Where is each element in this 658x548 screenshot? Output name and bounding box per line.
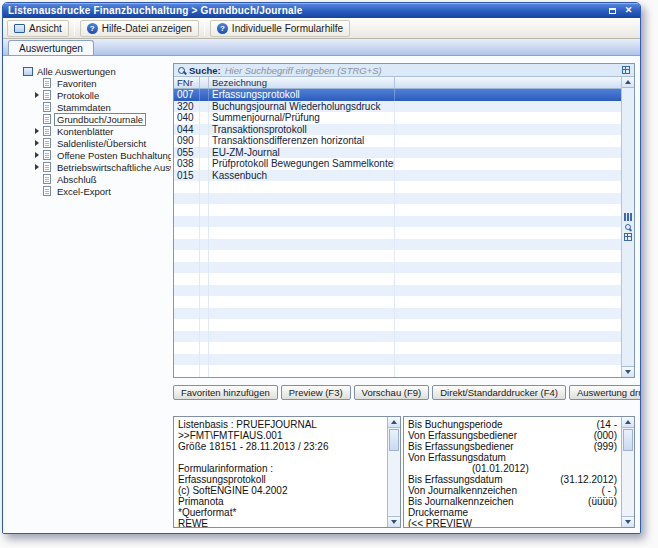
param-value: ( - ) — [601, 485, 617, 496]
column-header-sort[interactable] — [200, 77, 209, 88]
cell-bezeichnung: Prüfprotokoll Bewegungen Sammelkonten — [209, 158, 395, 170]
table-row-empty[interactable] — [174, 342, 621, 354]
cell-bezeichnung: Transaktionsprotokoll — [209, 124, 395, 136]
column-header-fnr[interactable]: FNr — [174, 77, 200, 88]
sidebar-item-abschlu[interactable]: Abschluß — [23, 173, 171, 185]
table-row[interactable]: 040Summenjournal/Prüfung — [174, 112, 621, 124]
table-row-empty[interactable] — [174, 308, 621, 320]
table-row-empty[interactable] — [174, 204, 621, 216]
expand-arrow-icon[interactable] — [34, 140, 40, 146]
scroll-down-button[interactable] — [622, 516, 634, 527]
favoriten-hinzuf-gen-button[interactable]: Favoriten hinzufügen — [173, 385, 278, 400]
cell-filler — [395, 158, 621, 170]
param-line: Bis Buchungsperiode(14 - — [408, 419, 617, 430]
sidebar-item-stammdaten[interactable]: Stammdaten — [23, 101, 171, 113]
table-row-empty[interactable] — [174, 354, 621, 366]
cell-bezeichnung — [209, 331, 395, 343]
sidebar-item-offene-posten-buchhaltung[interactable]: Offene Posten Buchhaltung — [23, 149, 171, 161]
cell-bezeichnung — [209, 296, 395, 308]
sidebar-item-protokolle[interactable]: Protokolle — [23, 89, 171, 101]
table-row-empty[interactable] — [174, 227, 621, 239]
triangle-icon — [35, 140, 39, 146]
table-row[interactable]: 007Erfassungsprotokoll — [174, 89, 621, 101]
table-row-empty[interactable] — [174, 193, 621, 205]
bottom-panels: Listenbasis : PRUEFJOURNAL>>FMT\FMTFIAUS… — [173, 416, 635, 528]
table-row-empty[interactable] — [174, 181, 621, 193]
scrollbar-thumb[interactable] — [389, 429, 399, 451]
table-row[interactable]: 038Prüfprotokoll Bewegungen Sammelkonten — [174, 158, 621, 170]
table-row-empty[interactable] — [174, 319, 621, 331]
table-row[interactable]: 090Transaktionsdifferenzen horizontal — [174, 135, 621, 147]
auswertung-drucken-button[interactable]: Auswertung drucken — [569, 385, 641, 400]
close-button[interactable]: ✕ — [622, 5, 635, 16]
table-row[interactable]: 320Buchungsjournal Wiederholungsdruck — [174, 101, 621, 113]
param-line: Von Journalkennzeichen( - ) — [408, 485, 617, 496]
tab-auswertungen[interactable]: Auswertungen — [8, 40, 94, 55]
sidebar-item-favoriten[interactable]: Favoriten — [23, 77, 171, 89]
table-row-empty[interactable] — [174, 216, 621, 228]
zoom-icon[interactable] — [625, 224, 631, 230]
sidebar-item-excel-export[interactable]: Excel-Export — [23, 185, 171, 197]
arrow-down-icon — [625, 370, 631, 374]
table-row-empty[interactable] — [174, 296, 621, 308]
param-line: Bis Erfassungsdatum(31.12.2012) — [408, 474, 617, 485]
vorschau-f9-button[interactable]: Vorschau (F9) — [354, 385, 430, 400]
sidebar-item-grundbuch-journale[interactable]: Grundbuch/Journale — [23, 113, 171, 125]
cell-filler — [395, 262, 621, 274]
scroll-up-button[interactable] — [388, 417, 400, 428]
toolbar-separator — [74, 21, 75, 36]
info-line: >>FMT\FMTFIAUS.001 — [178, 430, 383, 441]
scroll-up-button[interactable] — [622, 77, 635, 88]
sidebar-item-saldenliste-bersicht[interactable]: Saldenliste/Übersicht — [23, 137, 171, 149]
sidebar-item-kontenbl-tter[interactable]: Kontenblätter — [23, 125, 171, 137]
cell-bezeichnung: Summenjournal/Prüfung — [209, 112, 395, 124]
vertical-scrollbar[interactable] — [621, 77, 634, 377]
scrollbar-thumb[interactable] — [623, 429, 633, 451]
columns-icon[interactable] — [624, 213, 632, 221]
table-options-icon[interactable] — [622, 66, 630, 74]
sidebar-item-alle-auswertungen[interactable]: Alle Auswertungen — [23, 65, 171, 77]
table-row[interactable]: 015Kassenbuch — [174, 170, 621, 182]
cell-fnr: 038 — [174, 158, 200, 170]
search-input[interactable]: Hier Suchbegriff eingeben (STRG+S) — [225, 65, 382, 76]
param-value: (01.01.2012) — [408, 463, 529, 474]
triangle-icon — [35, 164, 39, 170]
cell-sort — [200, 204, 209, 216]
table-row-empty[interactable] — [174, 331, 621, 343]
column-header-bezeichnung[interactable]: Bezeichnung — [209, 77, 395, 88]
search-bar[interactable]: Suche: Hier Suchbegriff eingeben (STRG+S… — [174, 64, 634, 77]
expand-arrow-icon[interactable] — [34, 164, 40, 170]
table-row-empty[interactable] — [174, 250, 621, 262]
info-panel-scrollbar[interactable] — [387, 417, 400, 527]
direkt-standarddrucker-f4-button[interactable]: Direkt/Standarddrucker (F4) — [432, 385, 566, 400]
hilfe-datei-button[interactable]: ? Hilfe-Datei anzeigen — [80, 20, 199, 37]
expand-arrow-icon[interactable] — [34, 128, 40, 134]
sidebar-item-betriebswirtschaftliche-auswertungen[interactable]: Betriebswirtschaftliche Auswertungen — [23, 161, 171, 173]
cell-fnr: 090 — [174, 135, 200, 147]
table-row-empty[interactable] — [174, 239, 621, 251]
info-line: Listenbasis : PRUEFJOURNAL — [178, 419, 383, 430]
scroll-down-button[interactable] — [388, 516, 400, 527]
restore-button[interactable] — [606, 5, 619, 16]
table-row-empty[interactable] — [174, 285, 621, 297]
table-row-empty[interactable] — [174, 365, 621, 377]
cell-fnr — [174, 250, 200, 262]
ansicht-button[interactable]: Ansicht — [7, 20, 69, 37]
preview-f3-button[interactable]: Preview (F3) — [281, 385, 351, 400]
cell-fnr — [174, 354, 200, 366]
document-icon — [43, 162, 51, 172]
formularhilfe-button[interactable]: ? Individuelle Formularhilfe — [210, 20, 350, 37]
expand-arrow-icon[interactable] — [34, 152, 40, 158]
params-panel-scrollbar[interactable] — [621, 417, 634, 527]
info-panel-text: Listenbasis : PRUEFJOURNAL>>FMT\FMTFIAUS… — [174, 417, 387, 527]
cell-sort — [200, 216, 209, 228]
table-row-empty[interactable] — [174, 273, 621, 285]
table-row-empty[interactable] — [174, 262, 621, 274]
grid-icon[interactable] — [624, 233, 632, 241]
table-row[interactable]: 055EU-ZM-Journal — [174, 147, 621, 159]
scroll-up-button[interactable] — [622, 417, 634, 428]
scroll-down-button[interactable] — [622, 366, 635, 377]
report-table: Suche: Hier Suchbegriff eingeben (STRG+S… — [173, 63, 635, 378]
expand-arrow-icon[interactable] — [34, 92, 40, 98]
table-row[interactable]: 044Transaktionsprotokoll — [174, 124, 621, 136]
